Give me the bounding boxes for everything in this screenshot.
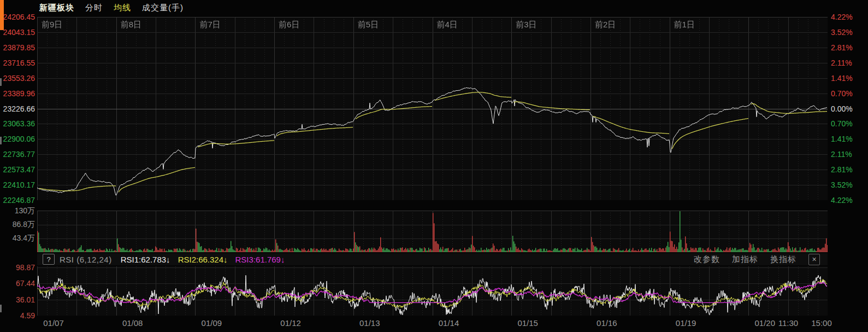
day-label: 前2日 xyxy=(595,20,616,30)
price-chart-canvas[interactable] xyxy=(37,17,828,200)
date-label: 01/14 xyxy=(427,318,471,328)
edge-tick xyxy=(0,137,2,144)
percent-axis-label: 2.11% xyxy=(831,150,852,159)
percent-axis-label: 0.00% xyxy=(831,104,853,113)
percent-axis-label: 3.52% xyxy=(831,28,853,37)
edge-tick xyxy=(0,78,2,86)
percent-axis-label: 2.11% xyxy=(831,59,852,67)
volume-axis-label: 130万 xyxy=(15,206,35,216)
percent-axis-label: 4.22% xyxy=(831,196,853,205)
rsi-params-label: RSI (6,12,24) xyxy=(60,255,112,264)
rsi-chart-canvas[interactable] xyxy=(37,266,828,316)
day-label: 前4日 xyxy=(437,20,458,30)
day-label: 前3日 xyxy=(516,20,536,30)
edit-params-button[interactable]: 改参数 xyxy=(694,254,720,265)
date-label: 01/19 xyxy=(664,318,708,328)
price-panel xyxy=(37,17,828,200)
rsi3-value: RSI3:61.769↓ xyxy=(235,255,285,264)
volume-chart-canvas[interactable] xyxy=(37,211,828,252)
percent-axis-label: 4.22% xyxy=(831,13,853,21)
day-label: 前1日 xyxy=(674,20,695,30)
date-label: 01/16 xyxy=(585,318,629,328)
day-label: 前5日 xyxy=(358,20,379,30)
price-axis-label: 23063.36 xyxy=(3,119,35,128)
percent-axis-label: 2.81% xyxy=(831,43,853,52)
tab-average-line[interactable]: 均线 xyxy=(114,3,131,13)
price-axis-label: 22246.87 xyxy=(3,196,35,205)
rsi2-value: RSI2:66.324↓ xyxy=(178,255,228,264)
trading-app: { "header": { "title": "新疆板块", "tab_minu… xyxy=(0,0,868,332)
price-axis-label: 22900.06 xyxy=(3,135,35,143)
percent-axis-label: 3.52% xyxy=(831,180,853,189)
volume-axis-label: 43.4万 xyxy=(13,234,35,243)
close-indicator-button[interactable]: × xyxy=(808,254,820,265)
edge-tick xyxy=(0,305,2,312)
price-axis-label: 23389.96 xyxy=(3,89,35,98)
date-label: 01/15 xyxy=(506,318,550,328)
price-axis-label: 22573.47 xyxy=(3,165,35,174)
rsi-axis-label: 98.87 xyxy=(16,263,35,272)
price-axis-label: 24043.15 xyxy=(3,28,35,37)
switch-indicator-button[interactable]: 换指标 xyxy=(770,254,796,265)
date-label: 01/07 xyxy=(32,318,75,328)
time-label: 15:00 xyxy=(800,318,843,328)
tab-minute-chart[interactable]: 分时 xyxy=(85,3,103,13)
day-label: 前8日 xyxy=(121,20,141,30)
rsi-panel xyxy=(37,266,828,316)
price-axis-label: 23226.66 xyxy=(3,104,35,113)
volume-axis-label: 86.8万 xyxy=(13,220,35,230)
percent-axis-label: 1.41% xyxy=(831,135,853,143)
day-label: 前9日 xyxy=(42,20,62,30)
day-label: 前7日 xyxy=(199,20,220,30)
sector-title: 新疆板块 xyxy=(39,3,74,13)
chart-header: 新疆板块 分时 均线 成交量(手) xyxy=(39,2,184,14)
date-label: 01/12 xyxy=(269,318,312,328)
day-label: 前6日 xyxy=(279,20,299,30)
price-axis-label: 23553.26 xyxy=(3,74,35,83)
date-label: 01/13 xyxy=(348,318,392,328)
price-axis-label: 23879.85 xyxy=(3,43,35,52)
rsi-axis-label: 36.01 xyxy=(16,295,35,304)
date-label: 01/09 xyxy=(190,318,233,328)
percent-axis-label: 1.41% xyxy=(831,74,853,83)
percent-axis-label: 2.81% xyxy=(831,165,853,174)
price-axis-label: 22736.77 xyxy=(3,150,35,159)
rsi1-value: RSI1:62.783↓ xyxy=(121,255,170,264)
tab-volume-indicator[interactable]: 成交量(手) xyxy=(142,3,184,13)
rsi-axis-label: 67.44 xyxy=(16,279,35,288)
help-button[interactable]: ? xyxy=(43,254,55,265)
price-axis-label: 24206.45 xyxy=(3,13,35,21)
date-label: 01/08 xyxy=(111,318,155,328)
price-axis-label: 22410.17 xyxy=(3,180,35,189)
volume-panel xyxy=(37,211,828,252)
percent-axis-label: 0.70% xyxy=(831,89,853,98)
price-axis-label: 23716.55 xyxy=(3,59,35,67)
add-indicator-button[interactable]: 加指标 xyxy=(732,254,758,265)
rsi-toolbar: ? RSI (6,12,24) RSI1:62.783↓ RSI2:66.324… xyxy=(37,253,828,265)
percent-axis-label: 0.70% xyxy=(831,119,853,128)
